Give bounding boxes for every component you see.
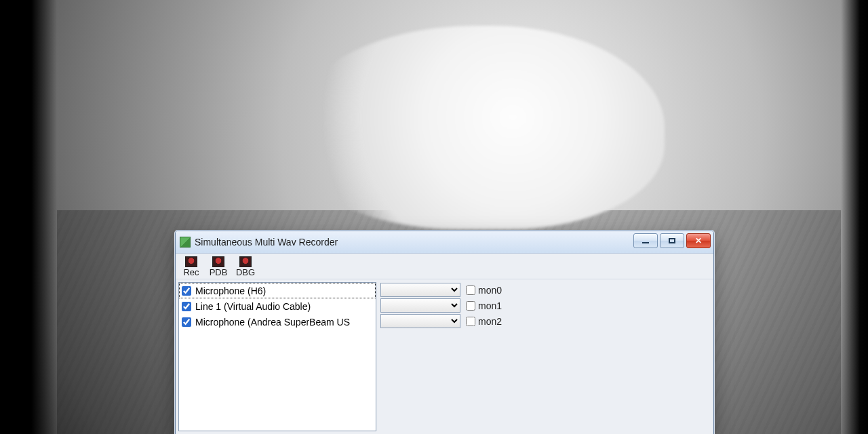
monitor-row: mon0 — [380, 282, 709, 298]
monitor-checkbox-label[interactable]: mon0 — [466, 285, 502, 296]
device-row[interactable]: Microphone (H6) — [179, 283, 376, 298]
device-row[interactable]: Line 1 (Virtual Audio Cable) — [179, 298, 376, 314]
close-icon: ✕ — [695, 237, 702, 245]
monitor-checkbox[interactable] — [466, 285, 475, 295]
monitor-checkbox[interactable] — [466, 317, 475, 326]
monitor-row: mon1 — [380, 298, 709, 313]
monitor-checkbox[interactable] — [466, 301, 475, 311]
app-icon — [180, 237, 191, 248]
device-checkbox[interactable] — [182, 302, 191, 311]
window-title: Simultaneous Multi Wav Recorder — [195, 237, 338, 248]
record-label: Rec — [183, 267, 199, 277]
device-checkbox[interactable] — [182, 286, 191, 296]
window-controls: ✕ — [633, 233, 711, 248]
toolbar: Rec PDB DBG — [176, 254, 713, 279]
monitor-row: mon2 — [380, 313, 709, 329]
monitor-label: mon2 — [478, 316, 502, 327]
device-name: Microphone (Andrea SuperBeam US — [195, 317, 350, 328]
device-name: Microphone (H6) — [195, 285, 266, 296]
monitor-select[interactable] — [380, 298, 460, 313]
device-row[interactable]: Microphone (Andrea SuperBeam US — [179, 314, 376, 330]
minimize-icon — [642, 242, 649, 243]
dbg-button[interactable]: DBG — [235, 256, 256, 277]
monitor-label: mon1 — [478, 300, 502, 311]
device-listbox[interactable]: Microphone (H6) Line 1 (Virtual Audio Ca… — [178, 282, 376, 431]
monitor-select[interactable] — [380, 314, 460, 328]
record-icon — [185, 256, 197, 267]
monitor-checkbox-label[interactable]: mon1 — [466, 300, 502, 311]
device-checkbox[interactable] — [182, 317, 191, 327]
monitor-checkbox-label[interactable]: mon2 — [466, 316, 502, 327]
close-button[interactable]: ✕ — [686, 233, 711, 248]
pdb-label: PDB — [210, 267, 228, 277]
window-body: Microphone (H6) Line 1 (Virtual Audio Ca… — [176, 279, 713, 434]
dbg-label: DBG — [236, 267, 255, 277]
record-button[interactable]: Rec — [181, 256, 201, 277]
maximize-icon — [669, 238, 675, 243]
monitor-select[interactable] — [380, 283, 460, 297]
pdb-icon — [212, 256, 224, 267]
dbg-icon — [239, 256, 252, 267]
titlebar[interactable]: Simultaneous Multi Wav Recorder ✕ — [176, 231, 713, 254]
device-name: Line 1 (Virtual Audio Cable) — [195, 301, 311, 312]
minimize-button[interactable] — [633, 233, 658, 248]
background-subject — [285, 26, 665, 229]
app-window: Simultaneous Multi Wav Recorder ✕ Rec PD… — [175, 231, 714, 434]
pdb-button[interactable]: PDB — [208, 256, 229, 277]
monitor-label: mon0 — [478, 285, 502, 296]
monitor-panel: mon0 mon1 mon2 — [376, 279, 713, 434]
maximize-button[interactable] — [660, 233, 684, 248]
